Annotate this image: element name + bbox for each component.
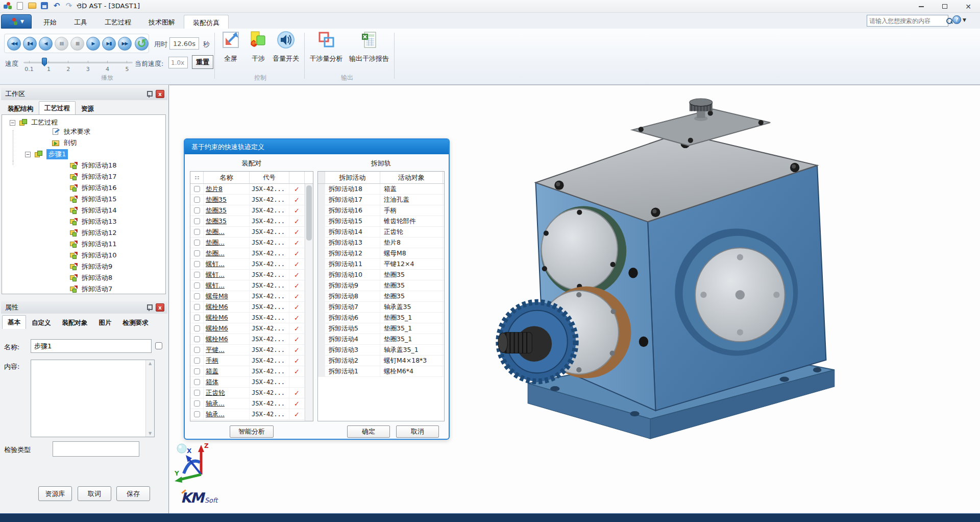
part-name-link[interactable]: 螺栓M6 xyxy=(206,324,228,333)
row-checkbox[interactable] xyxy=(194,400,200,407)
ribbon-tab[interactable]: 开始 xyxy=(35,15,65,30)
column-header-target[interactable]: 活动对象 xyxy=(380,172,443,183)
tree-node-step1[interactable]: − 步骤1 xyxy=(2,149,165,160)
row-checkbox[interactable] xyxy=(194,411,200,417)
drag-handle-icon[interactable] xyxy=(190,172,204,183)
assembly-pair-row[interactable]: 轴承... JSX-42... ✓ xyxy=(190,398,313,409)
play-backward-button[interactable]: ◀ xyxy=(39,37,53,51)
properties-tab[interactable]: 基本 xyxy=(2,315,26,329)
collapse-icon[interactable]: − xyxy=(10,120,15,126)
part-name-link[interactable]: 螺钉... xyxy=(206,260,225,269)
disassembly-track-row[interactable]: 拆卸活动6 垫圈35_1 xyxy=(318,313,444,323)
ok-button[interactable]: 确定 xyxy=(347,425,390,438)
assembly-pair-row[interactable]: 垫圈35 JSX-42... ✓ xyxy=(190,216,313,227)
close-button[interactable]: ✕ xyxy=(957,0,980,13)
assembly-pair-row[interactable]: 箱体 JSX-42... ✓ xyxy=(190,377,313,388)
tree-node-activity[interactable]: 拆卸活动17 xyxy=(2,171,165,182)
part-name-link[interactable]: 螺栓M6 xyxy=(206,314,228,322)
assembly-pair-row[interactable]: 螺钉... JSX-42... ✓ xyxy=(190,270,313,280)
tree-node-activity[interactable]: 拆卸活动18 xyxy=(2,160,165,171)
disassembly-track-row[interactable]: 拆卸活动10 垫圈35 xyxy=(318,270,444,280)
row-checkbox[interactable] xyxy=(194,261,200,267)
row-checkbox[interactable] xyxy=(194,368,200,374)
part-name-link[interactable]: 垫圈35 xyxy=(206,206,227,215)
part-name-link[interactable]: 垫圈35 xyxy=(206,196,227,204)
row-checkbox[interactable] xyxy=(194,218,200,224)
part-name-link[interactable]: 轴承... xyxy=(206,410,225,419)
row-checkbox[interactable] xyxy=(194,325,200,331)
assembly-pair-row[interactable]: 螺栓M6 JSX-42... ✓ xyxy=(190,323,313,334)
assembly-pair-row[interactable]: 轴承... JSX-42... ✓ xyxy=(190,409,313,420)
row-leader[interactable] xyxy=(318,280,325,291)
interference-analysis-button[interactable]: 干涉量分析 xyxy=(307,31,345,63)
row-checkbox[interactable] xyxy=(194,240,200,246)
disassembly-track-table[interactable]: 拆卸活动 活动对象 拆卸活动18 箱盖 拆卸活动17 注油孔盖 xyxy=(317,171,445,421)
part-name-link[interactable]: 螺栓M6 xyxy=(206,335,228,344)
fullscreen-button[interactable]: 全屏 xyxy=(216,31,245,63)
ribbon-tab[interactable]: 技术图解 xyxy=(140,15,184,30)
tree-node-activity[interactable]: 拆卸活动15 xyxy=(2,194,165,205)
new-file-icon[interactable] xyxy=(15,1,24,10)
save-icon[interactable] xyxy=(40,1,49,10)
tree-node-activity[interactable]: 拆卸活动14 xyxy=(2,205,165,216)
row-checkbox[interactable] xyxy=(194,186,200,192)
assembly-pair-row[interactable]: 垫圈... JSX-42... ✓ xyxy=(190,227,313,238)
disassembly-track-row[interactable]: 拆卸活动16 手柄 xyxy=(318,205,444,216)
tree-node-activity[interactable]: 拆卸活动7 xyxy=(2,283,165,294)
part-name-link[interactable]: 螺母M8 xyxy=(206,292,228,301)
assembly-pair-row[interactable]: 手柄 JSX-42... ✓ xyxy=(190,355,313,366)
properties-tab[interactable]: 检测要求 xyxy=(117,316,154,329)
row-checkbox[interactable] xyxy=(194,282,200,289)
part-name-link[interactable]: 平键... xyxy=(206,346,225,354)
disassembly-track-row[interactable]: 拆卸活动1 螺栓M6*4 xyxy=(318,366,444,377)
workspace-tab[interactable]: 工艺过程 xyxy=(39,101,76,115)
row-leader[interactable] xyxy=(318,227,325,237)
pick-word-button[interactable]: 取词 xyxy=(78,486,111,501)
collapse-icon[interactable]: − xyxy=(25,152,31,157)
row-leader[interactable] xyxy=(318,216,325,226)
row-checkbox[interactable] xyxy=(194,304,200,310)
pause-button[interactable]: ▮▮ xyxy=(55,37,68,51)
step-forward-button[interactable]: ▶▮ xyxy=(102,37,116,51)
disassembly-track-row[interactable]: 拆卸活动14 正齿轮 xyxy=(318,227,444,238)
disassembly-track-row[interactable]: 拆卸活动4 垫圈35_1 xyxy=(318,334,444,345)
assembly-pair-row[interactable]: 螺母M8 JSX-42... ✓ xyxy=(190,291,313,302)
tree-node-activity[interactable]: 拆卸活动13 xyxy=(2,216,165,227)
play-button[interactable]: ▶ xyxy=(86,37,100,51)
part-name-link[interactable]: 垫圈35 xyxy=(206,217,227,226)
tree-node-process-root[interactable]: − 工艺过程 xyxy=(2,115,165,126)
disassembly-track-row[interactable]: 拆卸活动2 螺钉M4×18*3 xyxy=(318,355,444,366)
part-name-link[interactable]: 螺钉... xyxy=(206,281,225,290)
disassembly-track-row[interactable]: 拆卸活动18 箱盖 xyxy=(318,184,444,195)
row-leader[interactable] xyxy=(318,345,325,355)
disassembly-track-row[interactable]: 拆卸活动5 垫圈35_1 xyxy=(318,323,444,334)
part-name-link[interactable]: 轴承... xyxy=(206,399,225,408)
name-field[interactable] xyxy=(31,339,152,353)
assembly-pair-row[interactable]: 垫片8 JSX-42... ✓ xyxy=(190,184,313,195)
workspace-tab[interactable]: 资源 xyxy=(76,102,100,115)
properties-tab[interactable]: 自定义 xyxy=(26,316,57,329)
volume-toggle-button[interactable]: 音量开关 xyxy=(270,31,302,63)
app-menu-button[interactable]: ▼ xyxy=(1,14,32,29)
elapsed-time-field[interactable]: 12.60s xyxy=(169,37,199,50)
redo-icon[interactable]: ↷ xyxy=(64,1,74,10)
assembly-pair-row[interactable]: 垫圈... JSX-42... ✓ xyxy=(190,238,313,248)
assembly-pair-row[interactable]: 螺钉... JSX-42... ✓ xyxy=(190,259,313,270)
disassembly-track-row[interactable]: 拆卸活动9 垫圈35 xyxy=(318,280,444,291)
row-leader[interactable] xyxy=(318,291,325,301)
row-checkbox[interactable] xyxy=(194,272,200,278)
row-leader[interactable] xyxy=(318,259,325,269)
ribbon-tab[interactable]: 工艺过程 xyxy=(96,15,140,30)
skip-to-start-button[interactable]: ◀◀ xyxy=(7,37,21,51)
assembly-pair-row[interactable]: 正齿轮 JSX-42... ✓ xyxy=(190,388,313,398)
name-checkbox[interactable] xyxy=(155,342,162,349)
undo-icon[interactable]: ↶ xyxy=(52,1,61,10)
row-leader[interactable] xyxy=(318,366,325,376)
part-name-link[interactable]: 手柄 xyxy=(206,357,218,365)
part-name-link[interactable]: 垫圈... xyxy=(206,228,225,236)
table-scrollbar[interactable] xyxy=(305,184,313,421)
smart-analysis-button[interactable]: 智能分析 xyxy=(230,425,274,438)
close-icon[interactable]: x xyxy=(156,303,164,312)
speed-slider[interactable]: 0.112345 xyxy=(23,57,133,75)
orientation-triad[interactable]: Z X Y xyxy=(175,442,215,487)
